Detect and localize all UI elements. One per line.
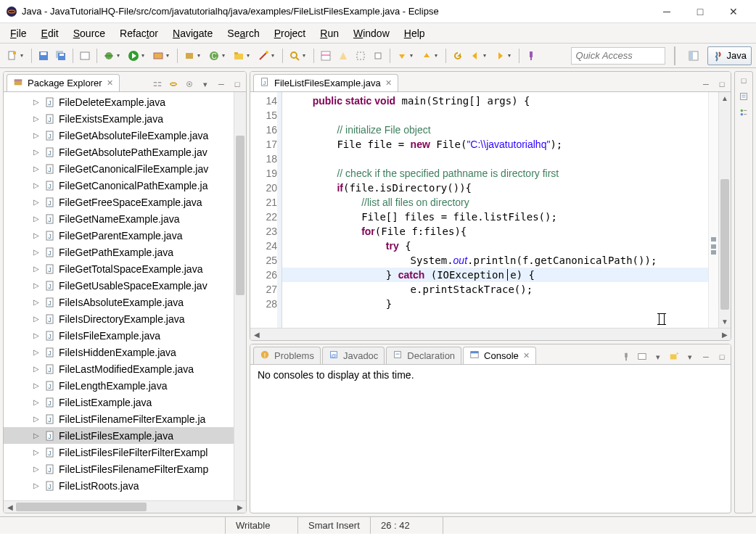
forward-button[interactable] xyxy=(492,48,508,64)
expand-icon[interactable]: ▷ xyxy=(31,331,41,341)
annotation-prev-button[interactable] xyxy=(394,48,410,64)
dropdown-icon[interactable]: ▾ xyxy=(117,52,123,59)
minimize-view-icon[interactable]: ─ xyxy=(215,78,227,90)
tree-item[interactable]: ▷JFileLastModifiedExample.java xyxy=(4,360,234,377)
expand-icon[interactable]: ▷ xyxy=(31,364,41,374)
tree-item[interactable]: ▷JFileDeleteExample.java xyxy=(4,94,234,110)
expand-icon[interactable]: ▷ xyxy=(31,281,41,291)
dropdown-icon[interactable]: ▾ xyxy=(20,52,26,59)
package-tree[interactable]: ▷JFileDeleteExample.java▷JFileExistsExam… xyxy=(4,92,234,500)
expand-icon[interactable]: ▷ xyxy=(31,447,41,458)
link-editor-icon[interactable] xyxy=(168,78,179,90)
tree-item[interactable]: ▷JFileListExample.java xyxy=(4,394,234,410)
tree-item[interactable]: ▷JFileGetCanonicalPathExample.ja xyxy=(4,177,234,194)
line-gutter[interactable]: 141516171819202122232425262728 xyxy=(250,92,282,328)
view-menu-icon[interactable]: ▾ xyxy=(200,78,211,90)
new-folder-button[interactable] xyxy=(231,48,247,64)
tree-item[interactable]: ▷JFileIsFileExample.java xyxy=(4,327,234,344)
package-explorer-tab[interactable]: Package Explorer ✕ xyxy=(7,74,120,91)
horizontal-scrollbar[interactable]: ◀▶ xyxy=(250,328,731,340)
dropdown-icon[interactable]: ▾ xyxy=(197,52,203,59)
expand-icon[interactable]: ▷ xyxy=(31,131,41,141)
debug-button[interactable] xyxy=(101,48,117,64)
code-area[interactable]: public static void main(String[] args) {… xyxy=(282,92,708,328)
expand-icon[interactable]: ▷ xyxy=(31,181,41,191)
expand-icon[interactable]: ▷ xyxy=(31,247,41,257)
maximize-view-icon[interactable]: □ xyxy=(716,78,728,90)
tree-item[interactable]: ▷JFileListFilesFilenameFilterExamp xyxy=(4,461,234,477)
close-button[interactable]: ✕ xyxy=(717,1,750,22)
open-perspective-button[interactable] xyxy=(683,46,704,65)
expand-icon[interactable]: ▷ xyxy=(31,314,41,324)
tab-declaration[interactable]: Declaration xyxy=(386,347,461,364)
tree-item[interactable]: ▷JFileGetAbsolutePathExample.jav xyxy=(4,144,234,160)
tree-item[interactable]: ▷JFileListFilenameFilterExample.ja xyxy=(4,410,234,427)
expand-icon[interactable]: ▷ xyxy=(31,164,41,174)
tree-item[interactable]: ▷JFileListRoots.java xyxy=(4,477,234,494)
tree-item[interactable]: ▷JFileListFilesExample.java xyxy=(4,427,234,444)
expand-icon[interactable]: ▷ xyxy=(31,481,41,491)
task-list-icon[interactable] xyxy=(738,91,749,102)
dropdown-icon[interactable]: ▾ xyxy=(483,52,489,59)
tree-item[interactable]: ▷JFileGetAbsoluteFileExample.java xyxy=(4,127,234,144)
menu-refactor[interactable]: Refactor xyxy=(112,25,165,41)
horizontal-scrollbar[interactable]: ◀▶ xyxy=(4,500,246,513)
new-button[interactable] xyxy=(4,48,20,64)
tree-item[interactable]: ▷JFileGetUsableSpaceExample.jav xyxy=(4,277,234,294)
expand-icon[interactable]: ▷ xyxy=(31,397,41,408)
maximize-view-icon[interactable]: □ xyxy=(716,351,728,363)
annotation-next-button[interactable] xyxy=(419,48,435,64)
expand-icon[interactable]: ▷ xyxy=(31,464,41,474)
run-last-button[interactable] xyxy=(150,48,166,64)
dropdown-icon[interactable]: ▾ xyxy=(410,52,416,59)
back-button[interactable] xyxy=(467,48,483,64)
expand-icon[interactable]: ▷ xyxy=(31,197,41,207)
overview-ruler[interactable] xyxy=(708,92,718,328)
new-package-button[interactable] xyxy=(181,48,197,64)
highlight-button[interactable] xyxy=(335,48,351,64)
tree-item[interactable]: ▷JFileExistsExample.java xyxy=(4,110,234,127)
dropdown-icon[interactable]: ▾ xyxy=(247,52,252,59)
dropdown-icon[interactable]: ▾ xyxy=(222,52,228,59)
expand-icon[interactable]: ▷ xyxy=(31,231,41,241)
toggle-mark-button[interactable] xyxy=(318,48,334,64)
expand-icon[interactable]: ▷ xyxy=(31,414,41,424)
minimize-button[interactable]: ─ xyxy=(650,1,683,22)
tree-item[interactable]: ▷JFileListFilesFileFilterFilterExampl xyxy=(4,444,234,461)
tree-item[interactable]: ▷JFileGetFreeSpaceExample.java xyxy=(4,194,234,210)
expand-icon[interactable]: ▷ xyxy=(31,381,41,391)
tree-item[interactable]: ▷JFileGetPathExample.java xyxy=(4,244,234,260)
expand-icon[interactable]: ▷ xyxy=(31,214,41,224)
save-button[interactable] xyxy=(36,48,52,64)
display-console-icon[interactable] xyxy=(636,351,648,363)
menu-project[interactable]: Project xyxy=(267,25,313,41)
restore-icon[interactable]: □ xyxy=(738,75,749,86)
expand-icon[interactable]: ▷ xyxy=(31,431,41,441)
tree-item[interactable]: ▷JFileIsHiddenExample.java xyxy=(4,344,234,360)
pin-console-icon[interactable] xyxy=(620,351,632,363)
menu-run[interactable]: Run xyxy=(313,25,346,41)
expand-icon[interactable]: ▷ xyxy=(31,347,41,358)
dropdown-icon[interactable]: ▾ xyxy=(684,351,696,363)
menu-window[interactable]: Window xyxy=(346,25,397,41)
focus-icon[interactable] xyxy=(184,78,195,90)
run-button[interactable] xyxy=(126,48,141,64)
collapse-all-icon[interactable] xyxy=(152,78,163,90)
menu-help[interactable]: Help xyxy=(397,25,432,41)
editor-area[interactable]: 141516171819202122232425262728 public st… xyxy=(250,92,731,328)
maximize-view-icon[interactable]: □ xyxy=(231,78,243,90)
tree-item[interactable]: ▷JFileGetNameExample.java xyxy=(4,210,234,227)
dropdown-icon[interactable]: ▾ xyxy=(508,52,514,59)
tree-item[interactable]: ▷JFileLengthExample.java xyxy=(4,377,234,394)
close-icon[interactable]: ✕ xyxy=(385,78,392,88)
expand-icon[interactable]: ▷ xyxy=(31,114,41,124)
new-class-button[interactable]: C xyxy=(206,48,222,64)
maximize-button[interactable]: □ xyxy=(683,1,717,22)
save-all-button[interactable] xyxy=(53,48,69,64)
dropdown-icon[interactable]: ▾ xyxy=(435,52,440,59)
tree-item[interactable]: ▷JFileIsAbsoluteExample.java xyxy=(4,294,234,310)
outline-icon[interactable] xyxy=(738,107,749,118)
expand-icon[interactable]: ▷ xyxy=(31,97,41,107)
tree-item[interactable]: ▷JFileGetCanonicalFileExample.jav xyxy=(4,160,234,177)
close-icon[interactable]: ✕ xyxy=(107,78,113,88)
